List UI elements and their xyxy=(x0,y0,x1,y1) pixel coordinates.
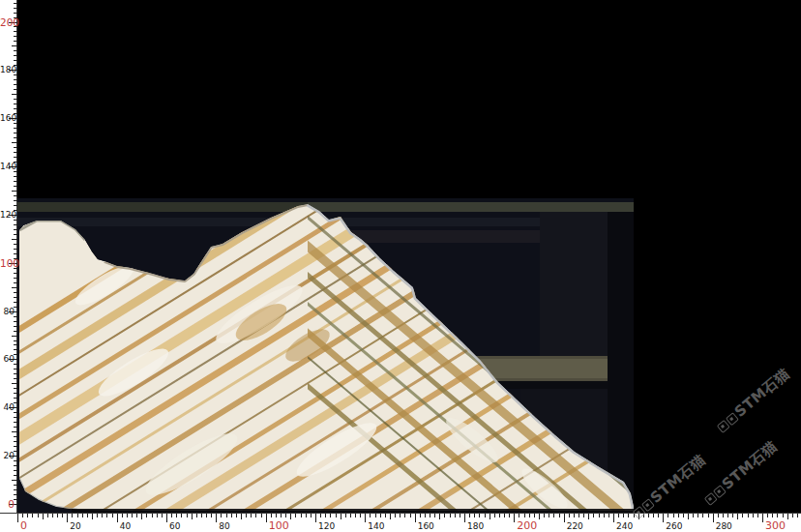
ruler-tick xyxy=(14,475,17,476)
ruler-tick xyxy=(146,514,147,517)
ruler-tick xyxy=(727,514,728,517)
ruler-tick xyxy=(14,302,17,303)
ruler-tick xyxy=(221,514,222,517)
ruler-tick xyxy=(499,514,500,517)
ruler-tick xyxy=(231,514,232,517)
ruler-tick xyxy=(38,514,39,517)
ruler-tick xyxy=(14,41,17,42)
ruler-tick xyxy=(777,514,778,517)
ruler-tick xyxy=(628,514,629,517)
ruler-tick xyxy=(14,388,17,389)
ruler-tick xyxy=(12,431,17,432)
ruler-tick xyxy=(653,514,654,517)
ruler-tick xyxy=(549,514,549,517)
ruler-tick xyxy=(14,108,17,109)
ruler-tick xyxy=(14,13,17,14)
ruler-tick xyxy=(67,514,68,522)
ruler-tick xyxy=(365,514,366,522)
ruler-label: 40 xyxy=(0,402,15,412)
ruler-tick xyxy=(455,514,456,517)
ruler-tick xyxy=(14,244,17,245)
ruler-tick xyxy=(14,171,17,172)
ruler-tick xyxy=(14,460,17,461)
ruler-tick xyxy=(708,514,709,517)
stm-stonecat-watermark: STM石猫 xyxy=(629,451,709,522)
background-band xyxy=(608,212,634,513)
ruler-tick xyxy=(578,514,579,517)
ruler-tick xyxy=(14,181,17,182)
ruler-tick xyxy=(72,514,73,517)
ruler-tick xyxy=(341,514,341,519)
ruler-tick xyxy=(663,514,664,522)
ruler-tick xyxy=(276,514,277,517)
ruler-tick xyxy=(375,514,376,517)
ruler-tick xyxy=(17,514,18,522)
ruler-tick xyxy=(14,282,17,283)
ruler-tick xyxy=(544,514,545,517)
ruler-tick xyxy=(14,412,17,413)
ruler-tick xyxy=(77,514,78,517)
ruler-tick xyxy=(102,514,103,517)
ruler-tick xyxy=(325,514,326,517)
ruler-tick xyxy=(604,514,605,517)
ruler-tick xyxy=(14,378,17,379)
ruler-tick xyxy=(425,514,426,517)
ruler-tick xyxy=(132,514,133,517)
ruler-tick xyxy=(355,514,356,517)
ruler-tick xyxy=(450,514,451,517)
ruler-label: 120 xyxy=(318,521,335,531)
ruler-tick xyxy=(14,326,17,327)
ruler-tick xyxy=(241,514,242,519)
ruler-tick xyxy=(569,514,570,517)
ruler-tick xyxy=(196,514,197,517)
ruler-tick xyxy=(14,393,17,394)
ruler-tick xyxy=(14,316,17,317)
ruler-tick xyxy=(14,249,17,250)
ruler-tick xyxy=(301,514,302,517)
ruler-label: 140 xyxy=(0,162,15,171)
ruler-tick xyxy=(14,369,17,369)
ruler-tick xyxy=(14,133,17,133)
slab-photo-canvas[interactable] xyxy=(17,198,634,513)
ruler-tick xyxy=(290,514,291,519)
ruler-tick xyxy=(395,514,396,517)
ruler-tick xyxy=(266,514,267,522)
ruler-tick xyxy=(122,514,123,517)
stm-stonecat-watermark: STM石猫 xyxy=(713,365,793,436)
ruler-tick xyxy=(14,489,17,490)
ruler-tick xyxy=(792,514,793,517)
ruler-tick xyxy=(490,514,490,519)
ruler-tick xyxy=(693,514,694,517)
ruler-label: 280 xyxy=(716,521,732,531)
ruler-tick xyxy=(14,373,17,374)
ruler-tick xyxy=(430,514,430,517)
ruler-tick xyxy=(410,514,411,517)
ruler-tick xyxy=(385,514,386,517)
ruler-tick xyxy=(127,514,128,517)
ruler-tick xyxy=(201,514,202,517)
ruler-tick xyxy=(14,50,17,51)
ruler-tick xyxy=(261,514,262,517)
ruler-tick xyxy=(14,297,17,298)
ruler-tick xyxy=(14,485,17,486)
ruler-tick xyxy=(14,55,17,56)
ruler-tick xyxy=(14,224,17,225)
ruler-tick xyxy=(22,514,23,517)
ruler-label: 80 xyxy=(219,521,229,531)
ruler-tick xyxy=(12,287,17,288)
ruler-label: 140 xyxy=(368,521,384,531)
ruler-tick xyxy=(112,514,113,517)
ruler-tick xyxy=(251,514,252,517)
ruler-label: 40 xyxy=(120,521,131,531)
ruler-tick xyxy=(136,514,137,517)
ruler-label: 60 xyxy=(169,521,180,531)
ruler-tick xyxy=(688,514,689,519)
ruler-tick xyxy=(400,514,400,517)
ruler-tick xyxy=(564,514,565,522)
ruler-tick xyxy=(494,514,495,517)
ruler-tick xyxy=(14,176,17,177)
ruler-tick xyxy=(683,514,684,517)
ruler-label: 240 xyxy=(616,521,633,531)
ruler-tick xyxy=(574,514,575,517)
ruler-tick xyxy=(14,494,17,495)
